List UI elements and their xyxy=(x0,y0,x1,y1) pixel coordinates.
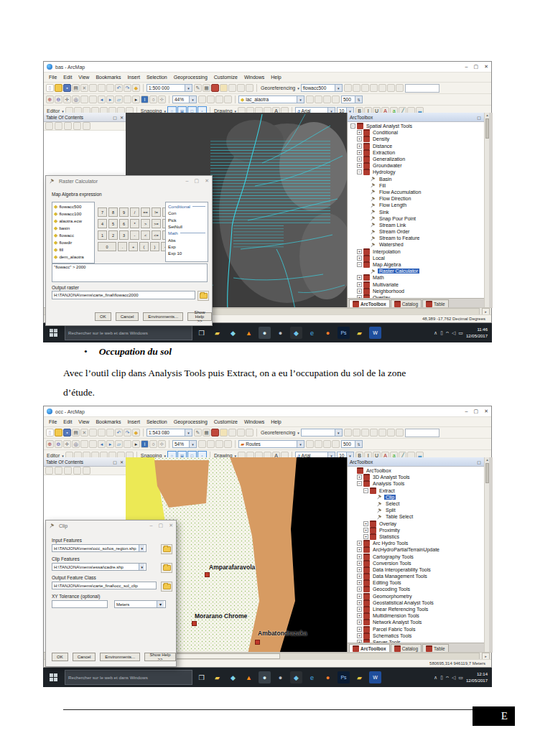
rotate-raster-icon[interactable] xyxy=(344,429,352,437)
menu-customize[interactable]: Customize xyxy=(214,75,238,80)
tree-item-math[interactable]: +Math xyxy=(349,274,490,281)
tree-item-network-analyst-tools[interactable]: +Network Analyst Tools xyxy=(349,619,490,625)
tree-item-neighborhood[interactable]: +Neighborhood xyxy=(349,288,490,294)
close-button[interactable]: ✕ xyxy=(484,409,488,414)
action-center-icon[interactable]: ▭ xyxy=(458,675,463,681)
file-explorer-icon[interactable]: ▰ xyxy=(211,671,223,683)
contrast-icon[interactable] xyxy=(224,440,232,448)
fixed-zoom-out-icon[interactable] xyxy=(89,440,97,448)
key-0[interactable]: 0 xyxy=(98,242,116,251)
tree-item-hydrology[interactable]: −Hydrology xyxy=(349,169,490,175)
key-9[interactable]: 9 xyxy=(119,207,129,217)
cancel-button[interactable]: Cancel xyxy=(73,653,96,661)
zoom-out-icon[interactable]: ⊖ xyxy=(55,95,62,103)
list-by-selection-icon[interactable] xyxy=(73,467,81,475)
browse-folder-button[interactable] xyxy=(197,291,209,301)
menu-help[interactable]: Help xyxy=(271,419,281,424)
tree-item-proximity[interactable]: +Proximity xyxy=(349,527,490,533)
tree-item-split[interactable]: Split xyxy=(349,507,490,513)
tree-item-conversion-tools[interactable]: +Conversion Tools xyxy=(349,560,490,566)
firefox-icon[interactable]: ● xyxy=(322,327,334,339)
tree-item-data-management-tools[interactable]: +Data Management Tools xyxy=(349,573,490,579)
menu-file[interactable]: File xyxy=(49,75,57,80)
key-3[interactable]: 3 xyxy=(119,230,129,240)
identify-icon[interactable]: i xyxy=(141,95,149,103)
editor-toolbar-toggle-icon[interactable]: ✎ xyxy=(194,84,202,92)
image-analysis-icon[interactable] xyxy=(315,440,322,448)
chevron-up-icon[interactable]: ∧ xyxy=(434,330,437,336)
menu-selection[interactable]: Selection xyxy=(146,419,167,424)
output-raster-input[interactable]: H:\TANJONA\mems\carte_final\flowacc2000 xyxy=(52,291,195,299)
tree-item-stream-order[interactable]: Stream Order xyxy=(349,228,490,235)
environments--button[interactable]: Environments... xyxy=(143,312,183,321)
maximize-button[interactable]: ▢ xyxy=(474,409,479,414)
new-document-icon[interactable]: ▯ xyxy=(46,84,54,92)
tree-item-flow-accumulation[interactable]: Flow Accumulation xyxy=(349,189,490,195)
key-)[interactable]: ) xyxy=(150,242,159,251)
save-icon[interactable]: ▪ xyxy=(63,429,71,437)
menu-windows[interactable]: Windows xyxy=(244,419,264,424)
update-display-icon[interactable] xyxy=(387,84,395,92)
key--[interactable]: - xyxy=(130,230,139,240)
tree-item-geostatistical-analyst-tools[interactable]: +Geostatistical Analyst Tools xyxy=(349,599,490,606)
tree-item-overlay[interactable]: +Overlay xyxy=(349,521,490,527)
earth-icon[interactable]: ● xyxy=(274,327,287,339)
copy-icon[interactable] xyxy=(89,84,97,92)
tolerance-unit-combo[interactable]: Meters▾ xyxy=(114,600,166,608)
forward-extent-icon[interactable]: ▸ xyxy=(106,95,114,103)
function-con[interactable]: Con xyxy=(166,210,208,216)
tree-item-overlay[interactable]: +Overlay xyxy=(349,294,490,298)
options-icon[interactable] xyxy=(83,467,90,475)
taskbar-clock[interactable]: 11:4612/05/2017 xyxy=(466,327,490,340)
full-extent-icon[interactable]: ◎ xyxy=(72,95,80,103)
refresh-view-icon[interactable] xyxy=(198,440,206,448)
browse-folder-button[interactable] xyxy=(161,582,172,592)
find-icon[interactable]: ○ xyxy=(149,95,157,103)
volume-icon[interactable]: ◁ xyxy=(452,675,455,681)
tree-item-map-algebra[interactable]: −Map Algebra xyxy=(349,261,490,268)
control-points-icon[interactable] xyxy=(370,84,378,92)
layers-list[interactable]: ◆flowacc500◆flowacc100◆alaotra.ecw◆basin… xyxy=(52,202,95,263)
key-7[interactable]: 7 xyxy=(98,207,107,217)
auto-adjust-icon[interactable] xyxy=(361,84,369,92)
search-window-icon[interactable] xyxy=(228,429,236,437)
functions-list[interactable]: ConditionalConPickSetNullMathAbsExpExp 1… xyxy=(165,202,208,262)
georeferencing-layer-combo[interactable]: flowacc500▾ xyxy=(301,84,343,92)
select-elements-icon[interactable]: ▸ xyxy=(132,440,140,448)
scale-combo[interactable]: 1:500 000▾ xyxy=(146,84,192,92)
function-math[interactable]: Math xyxy=(166,230,208,236)
key-1[interactable]: 1 xyxy=(98,230,107,240)
key-<=[interactable]: <= xyxy=(152,230,161,240)
cut-icon[interactable]: ✕ xyxy=(80,429,88,437)
vlc-icon[interactable]: ▲ xyxy=(243,327,255,339)
menu-insert[interactable]: Insert xyxy=(127,419,140,424)
coordinate-input[interactable] xyxy=(405,429,439,437)
tree-item-parcel-fabric-tools[interactable]: +Parcel Fabric Tools xyxy=(349,626,490,633)
tree-item-3d-analyst-tools[interactable]: +3D Analyst Tools xyxy=(349,474,490,480)
menu-view[interactable]: View xyxy=(78,75,89,80)
shift-raster-icon[interactable] xyxy=(353,429,360,437)
layer-item[interactable]: ◆flowacc xyxy=(52,231,94,238)
tree-item-archydropartialterrainupdate[interactable]: +ArcHydroPartialTerrainUpdate xyxy=(349,546,490,553)
input-features-input[interactable]: H:\TANJONA\mems\occ_sol\os_region.shp▾ xyxy=(52,544,146,552)
panel-close-icon[interactable]: ✕ xyxy=(120,459,124,465)
effects-swipe-icon[interactable] xyxy=(323,440,331,448)
tree-item-stream-to-feature[interactable]: Stream to Feature xyxy=(349,235,490,241)
dialog-minimize-icon[interactable]: – xyxy=(186,178,189,184)
zoom-in-icon[interactable]: ⊕ xyxy=(46,440,54,448)
power-icon[interactable]: ▯ xyxy=(440,330,443,336)
key-5[interactable]: 5 xyxy=(108,219,118,228)
delete-icon[interactable] xyxy=(106,84,114,92)
key-+[interactable]: + xyxy=(129,242,138,251)
volume-icon[interactable]: ◁ xyxy=(452,330,455,336)
forward-extent-icon[interactable]: ▸ xyxy=(106,440,114,448)
open-folder-icon[interactable] xyxy=(55,429,62,437)
back-extent-icon[interactable]: ◂ xyxy=(98,95,106,103)
taskbar-clock[interactable]: 12:1412/05/2017 xyxy=(466,671,490,684)
print-icon[interactable]: ▤ xyxy=(72,429,80,437)
view-link-table-icon[interactable] xyxy=(378,84,386,92)
tree-item-basin[interactable]: Basin xyxy=(349,176,490,182)
action-center-icon[interactable]: ▭ xyxy=(458,330,463,336)
menu-bookmarks[interactable]: Bookmarks xyxy=(96,419,121,424)
tree-item-statistics[interactable]: +Statistics xyxy=(349,533,490,540)
